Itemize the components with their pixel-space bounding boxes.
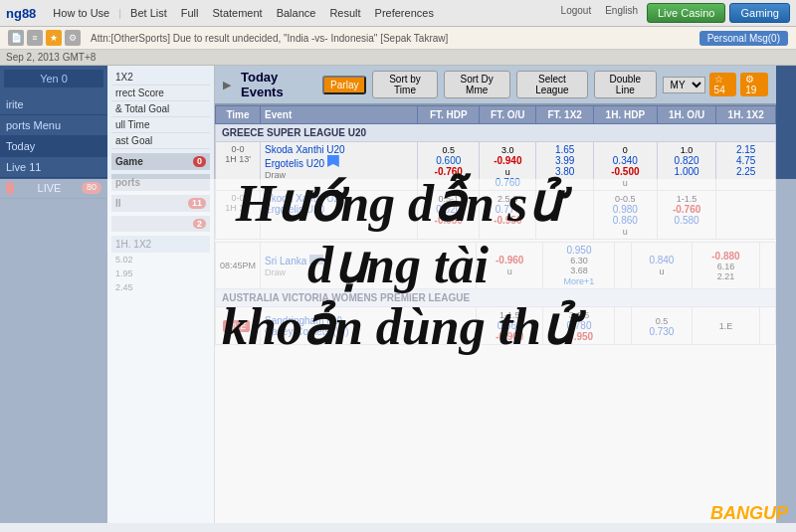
col-ft-hdp: FT. HDP xyxy=(418,106,480,124)
filter-odds-val2: 1.95 xyxy=(111,266,210,280)
live-count-badge: 80 xyxy=(82,182,101,194)
nav-result[interactable]: Result xyxy=(324,5,365,21)
srilanka-1h-hdp: 0.840 u xyxy=(631,243,693,289)
doc-icon: 📄 xyxy=(8,30,24,46)
aus-league-name: AUSTRALIA VICTORIA WOMENS PREMIER LEAGUE xyxy=(216,289,776,307)
nav-statement[interactable]: Statement xyxy=(207,5,267,21)
sort-by-name-button[interactable]: Sort Dy Mme xyxy=(444,71,510,98)
notif-message: Attn:[OtherSports] Due to result undecid… xyxy=(91,33,696,44)
match1-ft-ou: 3.0 -0.940 u 0.760 xyxy=(480,142,536,191)
gaming-button[interactable]: Gaming xyxy=(729,3,790,23)
match1-ft-1x2: 1.65 3.99 3.80 xyxy=(536,142,593,191)
ft-ou-o2[interactable]: 0.760 xyxy=(484,177,531,188)
list-icon: ≡ xyxy=(27,30,43,46)
live-badge-sand: LIVE xyxy=(223,320,251,332)
srilanka-name[interactable]: Sri Lanka xyxy=(265,256,306,266)
col-1h-hdp: 1H. HDP xyxy=(593,106,657,124)
sidebar-item-ports-menu[interactable]: ports Menu xyxy=(0,115,107,136)
sidebar-item-live11[interactable]: Live 11 xyxy=(0,157,107,178)
team1-name[interactable]: Skoda Xanthi U20 xyxy=(265,144,345,155)
srilanka-1h-1x2 xyxy=(759,243,775,289)
sand-1h-ou: 1.E xyxy=(693,307,760,345)
sand-1h-1x2 xyxy=(759,307,775,345)
flag-icon xyxy=(309,255,323,265)
filter-odds-val1: 5.02 xyxy=(111,253,210,266)
filter-game-section[interactable]: Game 0 xyxy=(111,153,210,170)
table-row: 08:45PM Sri Lanka Draw -0.960 u 0.950 xyxy=(216,243,776,289)
draw-label: Draw xyxy=(265,170,286,180)
league-row-australia: AUSTRALIA VICTORIA WOMENS PREMIER LEAGUE xyxy=(216,289,776,307)
language-link[interactable]: English xyxy=(600,3,643,23)
filter-all-section[interactable]: ll 11 xyxy=(111,195,210,212)
double-line-button[interactable]: Double Line xyxy=(594,71,657,98)
col-time: Time xyxy=(216,106,261,124)
notif-bar: 📄 ≡ ★ ⚙ Attn:[OtherSports] Due to result… xyxy=(0,27,796,50)
ft-hdp-o2[interactable]: -0.760 xyxy=(422,166,475,177)
events-header: ▶ Today Events Parlay Sort by Time Sort … xyxy=(215,66,776,105)
col-ft-ou: FT. O/U xyxy=(480,106,536,124)
match1-1h-hdp: 0 0.340 -0.500 u xyxy=(593,142,657,191)
filter-panel: 1X2 rrect Score & Total Goal ull Time as… xyxy=(107,66,215,523)
nav-balance[interactable]: Balance xyxy=(272,5,321,21)
match1-time: 0-0 1H 13' xyxy=(216,142,261,191)
match1-ft-hdp: 0.5 0.600 -0.760 xyxy=(418,142,480,191)
match2-teams: Skoda Xanthi U20 Ergotelis U20 xyxy=(261,191,418,240)
col-event: Event xyxy=(261,106,418,124)
sidebar: Yen 0 irite ports Menu Today Live 11 LIV… xyxy=(0,66,107,523)
settings-icon: ⚙ xyxy=(65,30,81,46)
sidebar-item-irite[interactable]: irite xyxy=(0,94,107,115)
personal-msg[interactable]: Personal Msg(0) xyxy=(699,31,788,46)
league-name: GREECE SUPER LEAGUE U20 xyxy=(216,124,776,142)
filter-odds-val3: 2.45 xyxy=(111,280,210,294)
live-casino-button[interactable]: Live Casino xyxy=(647,3,725,23)
nav-full[interactable]: Full xyxy=(176,5,204,21)
ft-ou-o1[interactable]: -0.940 xyxy=(484,155,531,166)
sort-by-time-button[interactable]: Sort by Time xyxy=(372,71,437,98)
sand-ft-1x2 xyxy=(615,307,631,345)
nav-bet-list[interactable]: Bet List xyxy=(125,5,172,21)
match1-teams: Skoda Xanthi U20 Ergotelis U20 Draw xyxy=(261,142,418,191)
sand-team2[interactable]: Casey Comets (W) xyxy=(265,326,348,337)
parlay-button[interactable]: Parlay xyxy=(322,76,366,94)
ft-hdp-o1[interactable]: 0.600 xyxy=(422,155,475,166)
bookmark-icon xyxy=(327,155,339,167)
filter-last-goal[interactable]: ast Goal xyxy=(111,133,210,149)
watermark-suffix: UP xyxy=(763,503,788,523)
col-1h-1x2: 1H. 1X2 xyxy=(716,106,776,124)
sidebar-item-live80[interactable]: LIVE 80 xyxy=(0,178,107,199)
filter-total-goal[interactable]: & Total Goal xyxy=(111,101,210,117)
bet-table-container: Time Event FT. HDP FT. O/U FT. 1X2 1H. H… xyxy=(215,105,776,240)
nav-preferences[interactable]: Preferences xyxy=(370,5,439,21)
match2-team1[interactable]: Skoda Xanthi U20 xyxy=(265,193,345,204)
team2-name[interactable]: Ergotelis U20 xyxy=(265,158,324,169)
yen-display: Yen 0 xyxy=(4,70,103,88)
match2-time: 0-0 1H 13' xyxy=(216,191,261,240)
select-league-button[interactable]: Select League xyxy=(516,71,588,98)
filter-correct-score[interactable]: rrect Score xyxy=(111,86,210,101)
sand-team1[interactable]: Sandringham (W) xyxy=(265,315,342,326)
filter-full-time[interactable]: ull Time xyxy=(111,117,210,133)
sand-1h-hdp: 0.5 0.730 xyxy=(631,307,693,345)
table-row: 0-0 1H 13' Skoda Xanthi U20 Ergotelis U2… xyxy=(216,191,776,240)
my-select[interactable]: MY xyxy=(663,77,705,93)
filter-last-section[interactable]: 2 xyxy=(111,216,210,232)
content-area: ▶ Today Events Parlay Sort by Time Sort … xyxy=(215,66,776,523)
arrow-icon: ▶ xyxy=(223,79,231,91)
filter-1x2[interactable]: 1X2 xyxy=(111,70,210,86)
sand-ft-hdp: 1-1.5 0.660 -0.900 xyxy=(476,307,543,345)
right-panel xyxy=(776,66,796,523)
sidebar-item-today[interactable]: Today xyxy=(0,136,107,157)
bottom-rows: 08:45PM Sri Lanka Draw -0.960 u 0.950 xyxy=(215,242,776,345)
srilanka-time: 08:45PM xyxy=(216,243,261,289)
filter-game-badge: 0 xyxy=(193,156,206,167)
match2-ft-ou: 2.5-3 0.770 -0.950 xyxy=(480,191,536,240)
nav-how-to-use[interactable]: How to Use xyxy=(48,5,114,21)
bet-table: Time Event FT. HDP FT. O/U FT. 1X2 1H. H… xyxy=(215,105,776,240)
srilanka-ft-hdp: -0.960 u xyxy=(476,243,543,289)
star-icon: ★ xyxy=(46,30,62,46)
match2-team2[interactable]: Ergotelis U20 xyxy=(265,204,324,215)
logout-link[interactable]: Logout xyxy=(556,3,597,23)
count-54-badge: ☆ 54 xyxy=(709,73,737,96)
filter-sports-section[interactable]: ports xyxy=(111,174,210,191)
main-layout: Yen 0 irite ports Menu Today Live 11 LIV… xyxy=(0,66,796,523)
